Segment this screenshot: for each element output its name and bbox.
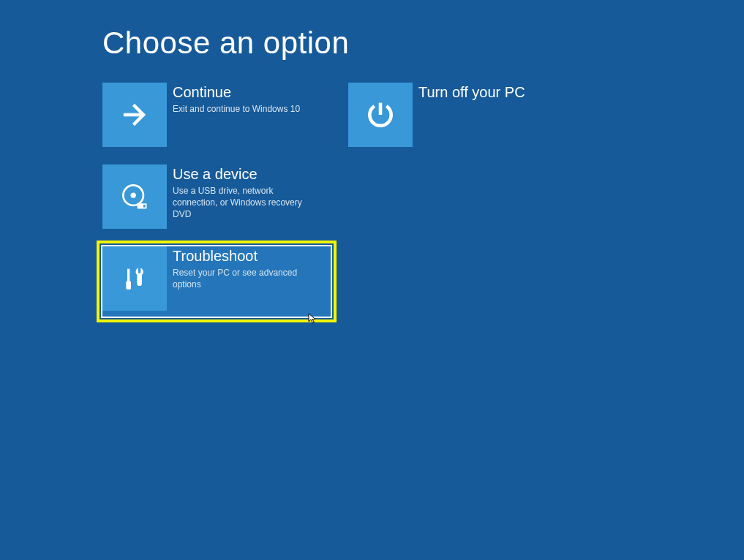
device-disc-icon xyxy=(119,181,151,213)
options-row-2: Use a device Use a USB drive, network co… xyxy=(102,164,744,229)
svg-point-1 xyxy=(131,193,136,198)
usedevice-tile[interactable]: Use a device Use a USB drive, network co… xyxy=(102,164,331,229)
svg-rect-4 xyxy=(127,269,129,281)
continue-title: Continue xyxy=(173,83,300,102)
turnoff-tile[interactable]: Turn off your PC xyxy=(348,83,576,147)
turnoff-icon-box xyxy=(348,83,413,147)
continue-icon-box xyxy=(102,83,167,147)
svg-rect-3 xyxy=(143,205,146,208)
options-row-1: Continue Exit and continue to Windows 10… xyxy=(102,83,744,147)
turnoff-title: Turn off your PC xyxy=(418,83,525,102)
svg-rect-6 xyxy=(138,268,140,273)
turnoff-text: Turn off your PC xyxy=(413,83,525,103)
troubleshoot-text: Troubleshoot Reset your PC or see advanc… xyxy=(167,246,319,290)
continue-subtitle: Exit and continue to Windows 10 xyxy=(173,103,300,115)
troubleshoot-icon-box xyxy=(102,246,167,311)
usedevice-subtitle: Use a USB drive, network connection, or … xyxy=(173,185,319,221)
options-grid: Continue Exit and continue to Windows 10… xyxy=(102,83,744,322)
page-title: Choose an option xyxy=(102,26,744,61)
troubleshoot-highlight-wrapper: Troubleshoot Reset your PC or see advanc… xyxy=(97,241,337,322)
power-icon xyxy=(364,99,397,131)
continue-text: Continue Exit and continue to Windows 10 xyxy=(167,83,300,115)
options-row-3: Troubleshoot Reset your PC or see advanc… xyxy=(102,246,744,322)
continue-tile[interactable]: Continue Exit and continue to Windows 10 xyxy=(102,83,331,147)
recovery-options-screen: Choose an option Continue Exit and conti… xyxy=(0,0,744,322)
troubleshoot-tile[interactable]: Troubleshoot Reset your PC or see advanc… xyxy=(102,246,331,317)
usedevice-text: Use a device Use a USB drive, network co… xyxy=(167,164,319,221)
usedevice-icon-box xyxy=(102,164,167,229)
svg-rect-5 xyxy=(126,281,131,290)
troubleshoot-subtitle: Reset your PC or see advanced options xyxy=(173,267,319,290)
tools-icon xyxy=(120,264,149,293)
usedevice-title: Use a device xyxy=(173,164,319,183)
arrow-right-icon xyxy=(119,99,151,131)
troubleshoot-title: Troubleshoot xyxy=(173,246,319,265)
